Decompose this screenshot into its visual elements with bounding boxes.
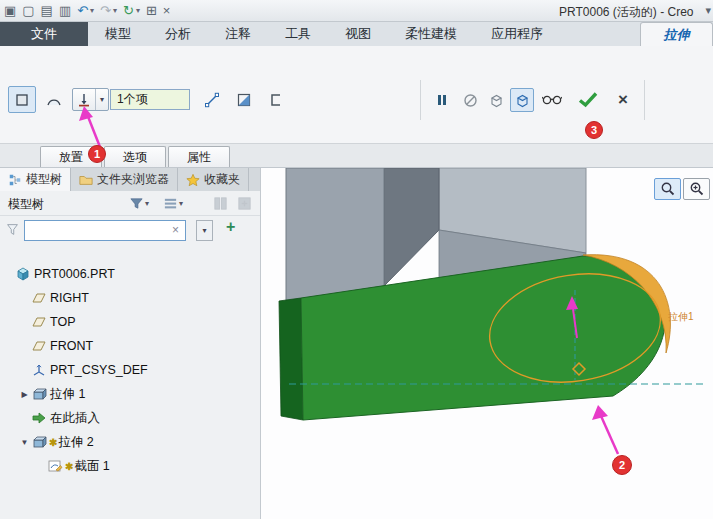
folder-icon [79, 173, 93, 187]
sketch-icon [47, 458, 65, 474]
depth-reference-collector[interactable]: 1个项 [110, 89, 190, 110]
open-icon[interactable]: ▤ [41, 4, 53, 17]
thicken-sketch-button[interactable] [262, 86, 290, 113]
no-preview-button[interactable] [458, 88, 482, 112]
chevron-down-icon: ▾ [179, 199, 183, 208]
tree-item-label: TOP [50, 315, 75, 329]
model-tree-title: 模型树 [8, 196, 44, 213]
tree-item[interactable]: PRT_CSYS_DEF [0, 358, 260, 382]
new-icon[interactable]: ▢ [22, 4, 34, 17]
tab-tools[interactable]: 工具 [268, 22, 328, 46]
tree-item[interactable]: RIGHT [0, 286, 260, 310]
glasses-icon [542, 94, 562, 106]
flip-direction-icon [204, 92, 220, 108]
tree-item-label: 在此插入 [50, 410, 100, 427]
tree-item[interactable]: TOP [0, 310, 260, 334]
ok-check-icon [577, 91, 599, 108]
regenerate-dropdown-icon[interactable]: ▾ [136, 7, 140, 15]
tree-item[interactable]: ▼ ✱ 拉伸 2 [0, 430, 260, 454]
tab-label: 收藏夹 [204, 171, 240, 188]
tab-folder-browser[interactable]: 文件夹浏览器 [71, 168, 178, 191]
tab-file[interactable]: 文件 [0, 22, 88, 46]
graphics-viewport[interactable]: 拉伸1 2 [260, 168, 713, 519]
zoom-window-button[interactable] [654, 178, 681, 200]
tab-extrude-active[interactable]: 拉伸 [640, 22, 713, 46]
datum-plane-icon [31, 290, 49, 306]
tree-item-label: PRT_CSYS_DEF [50, 363, 148, 377]
remove-material-icon [236, 92, 252, 108]
titlebar: ▣▢▤▥↶▾↷▾↻▾⊞× PRT0006 (活动的) - Creo ▾ [0, 0, 713, 22]
clear-search-icon[interactable]: × [172, 223, 179, 237]
tab-view[interactable]: 视图 [328, 22, 388, 46]
tree-item[interactable]: ✱ 截面 1 [0, 454, 260, 478]
ribbon-tab-bar: 文件 模型 分析 注释 工具 视图 柔性建模 应用程序 拉伸 [0, 22, 713, 46]
app-icon[interactable]: ▣ [4, 4, 16, 17]
extrude-dashboard: ▾ 1个项 [0, 46, 713, 143]
undo-icon[interactable]: ↶ [77, 4, 88, 17]
unattached-preview-button[interactable] [484, 88, 508, 112]
tree-search-bar: × ▾ + [0, 216, 260, 246]
tree-filters-button[interactable]: ▾ [126, 194, 152, 213]
tab-favorites[interactable]: 收藏夹 [178, 168, 249, 191]
cancel-x-icon: × [618, 91, 628, 108]
toolbar-customize-icon[interactable]: ▾ [705, 4, 711, 17]
columns-icon [213, 196, 228, 211]
windows-icon[interactable]: ⊞ [146, 4, 157, 17]
flip-direction-button[interactable] [198, 86, 226, 113]
tab-flexible-modeling[interactable]: 柔性建模 [388, 22, 474, 46]
redo-dropdown-icon[interactable]: ▾ [113, 7, 117, 15]
remove-material-button[interactable] [230, 86, 258, 113]
tab-applications[interactable]: 应用程序 [474, 22, 560, 46]
verify-button[interactable] [538, 88, 566, 112]
wall-side-face[interactable] [384, 168, 439, 286]
save-icon[interactable]: ▥ [59, 4, 71, 17]
surface-icon [46, 92, 62, 108]
ribbon-separator [420, 80, 421, 120]
tab-model-tree[interactable]: 模型树 [0, 168, 71, 191]
cancel-button[interactable]: × [610, 86, 636, 113]
solid-extrude-button[interactable] [8, 86, 36, 113]
redo-icon[interactable]: ↷ [100, 4, 111, 17]
add-filter-button[interactable]: + [226, 218, 235, 236]
panel-tab-properties[interactable]: 属性 [168, 146, 230, 167]
tab-label: 文件夹浏览器 [97, 171, 169, 188]
regenerate-icon[interactable]: ↻ [123, 4, 134, 17]
callout-2-number: 2 [619, 459, 625, 471]
3d-model-scene[interactable]: 拉伸1 2 [261, 168, 713, 519]
tree-display-button[interactable]: ▾ [160, 194, 186, 213]
panel-tab-options[interactable]: 选项 [104, 146, 166, 167]
quick-access-toolbar: ▣▢▤▥↶▾↷▾↻▾⊞× [4, 4, 170, 17]
callout-2-arrowhead [592, 405, 608, 420]
tab-model[interactable]: 模型 [88, 22, 148, 46]
wall-front-face[interactable] [286, 168, 384, 301]
zoom-in-button[interactable] [683, 178, 710, 200]
ok-button[interactable] [572, 84, 604, 114]
tree-item[interactable]: FRONT [0, 334, 260, 358]
search-filter-icon [6, 222, 19, 240]
tree-expander-icon[interactable]: ▼ [18, 438, 31, 447]
tree-item[interactable]: PRT0006.PRT [0, 262, 260, 286]
tree-search-input[interactable] [24, 220, 186, 241]
list-settings-icon [163, 196, 178, 211]
part-icon [15, 266, 33, 282]
tree-expander-icon[interactable]: ▶ [18, 390, 31, 399]
tab-annotate[interactable]: 注释 [208, 22, 268, 46]
attached-preview-button[interactable] [510, 88, 534, 112]
model-tree-tab-icon [8, 173, 22, 187]
regenerate-marker: ✱ [65, 461, 73, 472]
depth-option-combo[interactable]: ▾ [72, 88, 109, 111]
unattached-preview-icon [489, 93, 504, 108]
callout-2-arrow [601, 416, 618, 454]
tree-item[interactable]: 在此插入 [0, 406, 260, 430]
search-dropdown-icon[interactable]: ▾ [196, 220, 213, 241]
tab-analysis[interactable]: 分析 [148, 22, 208, 46]
surface-extrude-button[interactable] [40, 86, 68, 113]
undo-dropdown-icon[interactable]: ▾ [90, 7, 94, 15]
tree-item[interactable]: ▶ 拉伸 1 [0, 382, 260, 406]
pause-button[interactable] [430, 88, 454, 112]
depth-option-dropdown-icon[interactable]: ▾ [95, 89, 108, 110]
plate-left-face[interactable] [279, 298, 303, 420]
close-window-icon[interactable]: × [163, 4, 171, 17]
callout-3: 3 [585, 121, 603, 139]
blind-depth-icon [73, 89, 95, 110]
